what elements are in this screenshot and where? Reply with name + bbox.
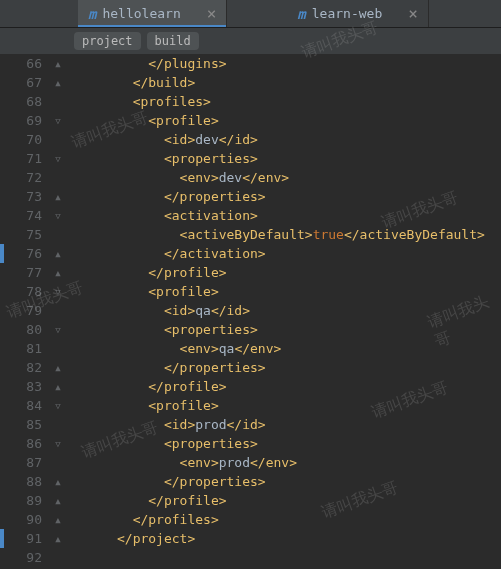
breadcrumb: project build — [0, 28, 501, 54]
code-editor[interactable]: 6667686970717273747576777879808182838485… — [0, 54, 501, 567]
line-number: 90 — [0, 510, 42, 529]
fold-marker — [50, 548, 66, 567]
fold-marker[interactable]: ▲ — [50, 263, 66, 282]
code-line[interactable]: </profile> — [70, 263, 501, 282]
line-number: 74 — [0, 206, 42, 225]
fold-marker[interactable]: ▽ — [50, 282, 66, 301]
code-line[interactable]: </profile> — [70, 377, 501, 396]
fold-marker[interactable]: ▲ — [50, 73, 66, 92]
fold-marker[interactable]: ▽ — [50, 320, 66, 339]
line-number: 75 — [0, 225, 42, 244]
fold-marker[interactable]: ▲ — [50, 377, 66, 396]
maven-icon: m — [88, 6, 96, 22]
close-icon[interactable]: × — [408, 4, 418, 23]
code-line[interactable]: <id>qa</id> — [70, 301, 501, 320]
fold-marker[interactable]: ▲ — [50, 529, 66, 548]
line-number: 73 — [0, 187, 42, 206]
fold-marker[interactable]: ▲ — [50, 491, 66, 510]
line-number: 68 — [0, 92, 42, 111]
code-line[interactable]: </properties> — [70, 472, 501, 491]
code-line[interactable]: <env>qa</env> — [70, 339, 501, 358]
code-line[interactable]: <env>prod</env> — [70, 453, 501, 472]
code-line[interactable]: <profiles> — [70, 92, 501, 111]
fold-marker — [50, 453, 66, 472]
tab-label: learn-web — [312, 6, 382, 21]
line-number: 76 — [0, 244, 42, 263]
code-line[interactable]: <profile> — [70, 111, 501, 130]
code-line[interactable]: </properties> — [70, 358, 501, 377]
code-line[interactable]: <env>dev</env> — [70, 168, 501, 187]
code-line[interactable]: </project> — [70, 529, 501, 548]
line-number: 85 — [0, 415, 42, 434]
fold-marker[interactable]: ▽ — [50, 434, 66, 453]
maven-icon: m — [297, 6, 305, 22]
fold-marker — [50, 92, 66, 111]
fold-marker[interactable]: ▽ — [50, 149, 66, 168]
tab-hellolearn[interactable]: m hellolearn × — [78, 0, 227, 27]
line-number: 69 — [0, 111, 42, 130]
change-marker — [0, 529, 4, 548]
line-number: 77 — [0, 263, 42, 282]
line-number: 80 — [0, 320, 42, 339]
fold-marker[interactable]: ▲ — [50, 187, 66, 206]
code-line[interactable]: </profiles> — [70, 510, 501, 529]
change-marker — [0, 244, 4, 263]
line-number: 70 — [0, 130, 42, 149]
line-number: 89 — [0, 491, 42, 510]
fold-marker[interactable]: ▽ — [50, 111, 66, 130]
fold-marker[interactable]: ▽ — [50, 206, 66, 225]
code-line[interactable]: </activation> — [70, 244, 501, 263]
fold-marker — [50, 301, 66, 320]
code-line[interactable]: <properties> — [70, 434, 501, 453]
line-number: 66 — [0, 54, 42, 73]
line-number: 79 — [0, 301, 42, 320]
fold-marker[interactable]: ▲ — [50, 54, 66, 73]
code-line[interactable]: <profile> — [70, 282, 501, 301]
code-line[interactable]: </plugins> — [70, 54, 501, 73]
line-number: 67 — [0, 73, 42, 92]
fold-marker — [50, 225, 66, 244]
tab-label: hellolearn — [102, 6, 180, 21]
line-gutter: 6667686970717273747576777879808182838485… — [0, 54, 50, 567]
line-number: 71 — [0, 149, 42, 168]
code-line[interactable]: <profile> — [70, 396, 501, 415]
fold-marker[interactable]: ▲ — [50, 244, 66, 263]
fold-marker — [50, 168, 66, 187]
code-line[interactable]: <properties> — [70, 149, 501, 168]
code-line[interactable]: </build> — [70, 73, 501, 92]
line-number: 78 — [0, 282, 42, 301]
line-number: 86 — [0, 434, 42, 453]
fold-column: ▲▲▽▽▲▽▲▲▽▽▲▲▽▽▲▲▲▲ — [50, 54, 66, 567]
line-number: 92 — [0, 548, 42, 567]
crumb-project[interactable]: project — [74, 32, 141, 50]
line-number: 81 — [0, 339, 42, 358]
fold-marker[interactable]: ▲ — [50, 472, 66, 491]
code-line[interactable]: <properties> — [70, 320, 501, 339]
tab-bar: m hellolearn × m learn-web × — [0, 0, 501, 28]
code-line[interactable]: <id>dev</id> — [70, 130, 501, 149]
code-line[interactable]: <activeByDefault>true</activeByDefault> — [70, 225, 501, 244]
code-line[interactable]: <activation> — [70, 206, 501, 225]
crumb-build[interactable]: build — [147, 32, 199, 50]
code-line[interactable]: </profile> — [70, 491, 501, 510]
close-icon[interactable]: × — [207, 4, 217, 23]
fold-marker — [50, 415, 66, 434]
fold-marker — [50, 130, 66, 149]
code-line[interactable]: </properties> — [70, 187, 501, 206]
code-line[interactable] — [70, 548, 501, 567]
fold-marker[interactable]: ▽ — [50, 396, 66, 415]
code-area[interactable]: </plugins> </build> <profiles> <profile>… — [66, 54, 501, 567]
tab-learn-web[interactable]: m learn-web × — [287, 0, 429, 27]
code-line[interactable]: <id>prod</id> — [70, 415, 501, 434]
line-number: 91 — [0, 529, 42, 548]
line-number: 82 — [0, 358, 42, 377]
fold-marker — [50, 339, 66, 358]
fold-marker[interactable]: ▲ — [50, 510, 66, 529]
line-number: 88 — [0, 472, 42, 491]
line-number: 83 — [0, 377, 42, 396]
line-number: 72 — [0, 168, 42, 187]
line-number: 87 — [0, 453, 42, 472]
fold-marker[interactable]: ▲ — [50, 358, 66, 377]
line-number: 84 — [0, 396, 42, 415]
